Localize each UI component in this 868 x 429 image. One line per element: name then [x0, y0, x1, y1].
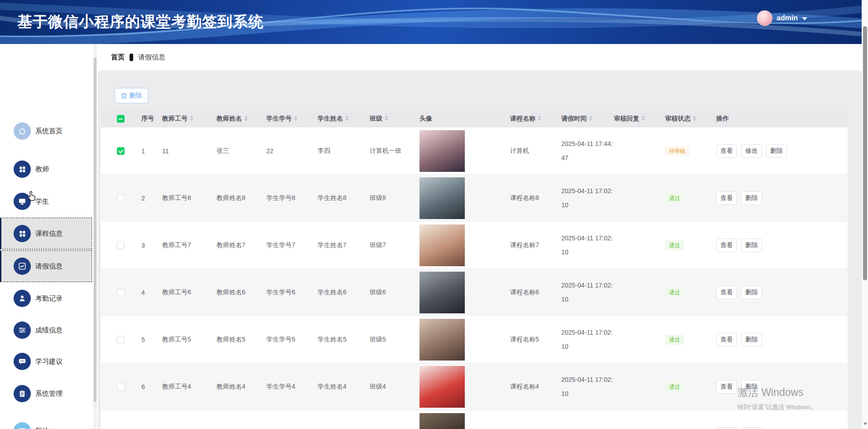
sort-carets-icon[interactable] [385, 116, 388, 121]
sort-carets-icon[interactable] [345, 116, 349, 121]
cell-course-name: 课程名称5 [510, 336, 539, 344]
sidebar-scrollbar-thumb[interactable] [94, 58, 96, 402]
cell-teacher-id: 教师工号8 [162, 194, 191, 202]
cell-teacher-id: 教师工号5 [162, 336, 191, 344]
column-header-teacher-name[interactable]: 教师姓名 [217, 115, 248, 123]
status-badge: 通过 [665, 288, 684, 297]
sidebar-item-leave[interactable]: 请假信息 [0, 250, 92, 282]
sidebar-item-mine[interactable]: 我的 [0, 415, 92, 429]
avatar-image [420, 413, 465, 429]
status-badge: 待审核 [665, 146, 690, 156]
page-scrollbar-thumb[interactable] [863, 26, 867, 280]
cell-teacher-id: 11 [162, 147, 169, 155]
column-header-student-name[interactable]: 学生姓名 [318, 115, 349, 123]
cell-index: 2 [141, 195, 145, 202]
sidebar-item-system[interactable]: 系统管理 [0, 378, 92, 410]
table-row: 2教师工号8教师姓名8学生学号8学生姓名8班级8课程名称82025-04-11 … [101, 175, 848, 222]
sidebar-item-advice[interactable]: 学习建议 [0, 346, 92, 377]
sidebar-item-label: 请假信息 [35, 262, 63, 271]
column-header-clazz[interactable]: 班级 [370, 115, 388, 123]
cell-leave-time: 2025-04-11 17:02:10 [561, 373, 616, 401]
sort-carets-icon[interactable] [641, 116, 645, 121]
view-button[interactable]: 查看 [716, 380, 737, 394]
edit-button[interactable]: 修改 [741, 144, 762, 158]
view-button[interactable]: 查看 [716, 427, 737, 429]
page-scrollbar[interactable] [862, 0, 868, 429]
scrollbar-down-arrow-icon[interactable] [863, 423, 867, 425]
row-checkbox[interactable] [117, 241, 125, 249]
column-header-time[interactable]: 请假时间 [561, 115, 593, 123]
cell-student-name: 学生姓名4 [318, 383, 347, 391]
row-actions: 查看删除 [716, 427, 762, 429]
sidebar-item-home[interactable]: 系统首页 [0, 115, 92, 147]
sidebar-item-label: 我的 [35, 427, 49, 429]
breadcrumb-bar: 首页 请假信息 [0, 44, 868, 70]
view-button[interactable]: 查看 [716, 239, 737, 252]
batch-delete-label: 删除 [130, 92, 142, 100]
view-button[interactable]: 查看 [716, 144, 737, 158]
table-row: 4教师工号6教师姓名6学生学号6学生姓名6班级6课程名称62025-04-11 … [101, 269, 848, 316]
sort-carets-icon[interactable] [693, 116, 696, 121]
column-header-student-id[interactable]: 学生学号 [266, 115, 298, 123]
column-header-status[interactable]: 审核状态 [665, 115, 696, 123]
sort-carets-icon[interactable] [190, 116, 193, 121]
sidebar-item-course[interactable]: 课程信息 [0, 218, 92, 249]
breadcrumb-current: 请假信息 [138, 53, 165, 62]
delete-row-button[interactable]: 删除 [741, 380, 762, 394]
cell-review-status: 通过 [665, 335, 684, 345]
cell-course-name: 课程名称4 [510, 383, 539, 391]
row-checkbox[interactable] [117, 194, 125, 202]
clipboard-icon [14, 385, 31, 402]
sidebar-item-student[interactable]: 学生 [0, 185, 92, 217]
sort-carets-icon[interactable] [294, 116, 298, 121]
cell-review-status: 待审核 [665, 146, 690, 156]
person-icon [14, 290, 31, 307]
batch-delete-button[interactable]: 删除 [115, 88, 148, 103]
delete-row-button[interactable]: 删除 [741, 286, 762, 299]
table-row: 5教师工号5教师姓名5学生学号5学生姓名5班级5课程名称52025-04-11 … [101, 316, 848, 363]
row-checkbox[interactable] [117, 147, 125, 155]
table-row: 111张三22李四计算机一班计算机2025-04-11 17:44:47待审核查… [101, 127, 848, 175]
sort-carets-icon[interactable] [589, 116, 593, 121]
cell-review-status: 通过 [665, 193, 684, 203]
cell-teacher-id: 教师工号4 [162, 383, 191, 391]
view-button[interactable]: 查看 [716, 333, 737, 346]
sidebar-item-attendance[interactable]: 考勤记录 [0, 283, 92, 314]
sort-carets-icon[interactable] [538, 116, 541, 121]
cell-leave-time: 2025-04-11 17:02:10 [561, 184, 616, 212]
delete-row-button[interactable]: 删除 [766, 144, 787, 158]
grid-icon [14, 225, 31, 242]
breadcrumb-home[interactable]: 首页 [111, 53, 125, 62]
view-button[interactable]: 查看 [716, 286, 737, 299]
cell-teacher-id: 教师工号6 [162, 288, 191, 297]
row-actions: 查看删除 [716, 286, 762, 299]
page-title: 基于微信小程序的课堂考勤签到系统 [17, 12, 264, 32]
column-header-actions: 操作 [716, 115, 729, 123]
sidebar-item-label: 学习建议 [35, 357, 63, 366]
sort-carets-icon[interactable] [244, 116, 248, 121]
row-checkbox[interactable] [117, 336, 125, 343]
view-button[interactable]: 查看 [716, 191, 737, 205]
column-header-teacher-id[interactable]: 教师工号 [162, 115, 193, 123]
sidebar-item-grade[interactable]: 成绩信息 [0, 314, 92, 346]
sidebar-scrollbar[interactable] [93, 44, 97, 429]
row-checkbox[interactable] [117, 383, 125, 390]
table-row: 6教师工号4教师姓名4学生学号4学生姓名4班级4课程名称42025-04-11 … [101, 363, 848, 410]
column-header-avatar: 头像 [420, 115, 432, 123]
delete-row-button[interactable]: 删除 [741, 333, 762, 346]
sidebar-item-teacher[interactable]: 教师 [0, 153, 92, 185]
select-all-checkbox[interactable] [117, 115, 125, 123]
delete-row-button[interactable]: 删除 [741, 191, 762, 205]
column-header-course[interactable]: 课程名称 [510, 115, 541, 123]
user-avatar[interactable] [757, 10, 772, 26]
sidebar-item-label: 考勤记录 [35, 294, 63, 303]
delete-row-button[interactable]: 删除 [741, 427, 762, 429]
delete-row-button[interactable]: 删除 [741, 239, 762, 252]
content-panel: 删除 序号教师工号教师姓名学生学号学生姓名班级头像课程名称请假时间审核回复审核状… [98, 70, 862, 429]
cell-teacher-name: 教师姓名8 [217, 194, 246, 202]
cell-class: 计算机一班 [370, 147, 401, 155]
cell-course-name: 课程名称8 [510, 194, 539, 202]
user-menu[interactable]: admin [757, 10, 807, 26]
row-checkbox[interactable] [117, 288, 125, 296]
column-header-reply[interactable]: 审核回复 [614, 115, 645, 123]
